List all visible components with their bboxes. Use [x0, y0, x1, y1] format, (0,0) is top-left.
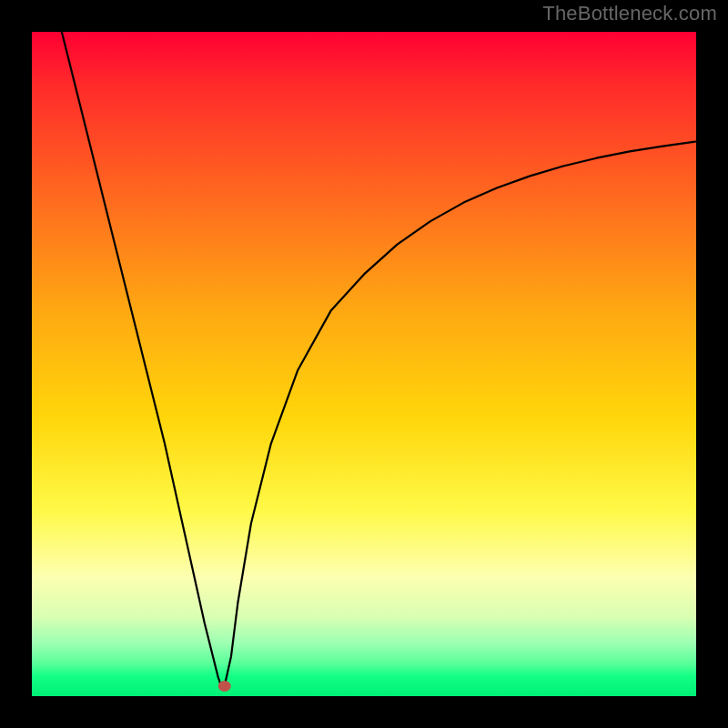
chart-container: TheBottleneck.com — [0, 0, 728, 728]
bottleneck-curve — [32, 0, 696, 686]
marker-dot — [218, 681, 231, 692]
watermark-text: TheBottleneck.com — [542, 2, 717, 25]
chart-svg — [32, 32, 696, 696]
plot-area — [32, 32, 696, 696]
